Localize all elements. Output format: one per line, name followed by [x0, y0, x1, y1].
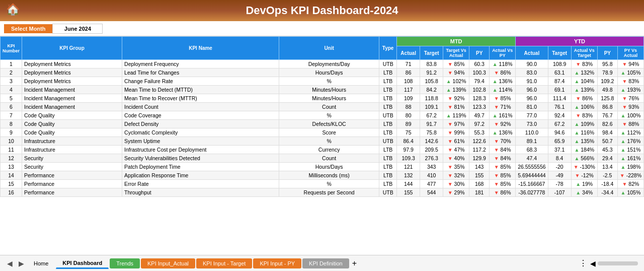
cell-ytd-target: 65.9: [548, 137, 571, 146]
cell-kpi-num: 1: [1, 60, 22, 69]
add-tab-button[interactable]: +: [352, 259, 357, 268]
cell-kpi-group: Deployment Metrics: [22, 60, 122, 69]
cell-unit: Minutes/Hours: [279, 94, 379, 103]
col-kpi-name: KPI Name: [122, 37, 279, 60]
cell-kpi-name: Throughput: [122, 188, 279, 197]
cell-ytd-pva: ▲ 105%: [617, 69, 643, 77]
cell-ytd-pva: ▲ 161%: [617, 154, 643, 163]
cell-mtd-avp: ▼ 70%: [490, 137, 516, 146]
cell-kpi-group: Performance: [22, 180, 122, 188]
cell-kpi-name: Change Failure Rate: [122, 77, 279, 86]
cell-mtd-target: 276.3: [420, 154, 443, 163]
cell-mtd-target: 75.8: [420, 128, 443, 137]
cell-kpi-num: 2: [1, 69, 22, 77]
cell-ytd-tva: ▲ 566%: [571, 154, 597, 163]
cell-mtd-avp: ▼ 85%: [490, 163, 516, 171]
cell-ytd-tva: ▲ 184%: [571, 146, 597, 154]
tab-trends[interactable]: Trends: [110, 258, 140, 268]
cell-kpi-name: Code Coverage: [122, 111, 279, 120]
tab-bar: ◀ ▶ Home KPI Dashboard Trends KPI Input_…: [0, 255, 644, 271]
tab-kpi-definition[interactable]: KPI Definition: [302, 258, 349, 268]
cell-mtd-avp: ▼ 86%: [490, 69, 516, 77]
cell-ytd-py: 13.4: [597, 163, 617, 171]
cell-mtd-target: 109.1: [420, 103, 443, 111]
cell-ytd-py: -18.4: [597, 180, 617, 188]
cell-mtd-py: 122.6: [469, 137, 490, 146]
cell-mtd-avp: ▲ 136%: [490, 128, 516, 137]
cell-mtd-actual: 86.4: [397, 137, 420, 146]
cell-ytd-target: 8.4: [548, 154, 571, 163]
cell-mtd-actual: 80: [397, 111, 420, 120]
cell-mtd-target: 91.7: [420, 120, 443, 128]
scrollbar[interactable]: [598, 261, 638, 265]
cell-unit: %: [279, 77, 379, 86]
cell-ytd-pva: ▲ 176%: [617, 137, 643, 146]
cell-kpi-group: Incident Management: [22, 86, 122, 94]
cell-type: UTB: [379, 137, 397, 146]
cell-ytd-py: 76.7: [597, 111, 617, 120]
cell-unit: %: [279, 180, 379, 188]
cell-mtd-avp: ▲ 118%: [490, 60, 516, 69]
cell-mtd-actual: 132: [397, 171, 420, 180]
nav-next[interactable]: ▶: [16, 259, 27, 267]
cell-type: UTB: [379, 111, 397, 120]
cell-kpi-num: 5: [1, 94, 22, 103]
cell-ytd-tva: ▼ 83%: [571, 111, 597, 120]
cell-unit: Defects/KLOC: [279, 120, 379, 128]
cell-mtd-avp: ▲ 136%: [490, 77, 516, 86]
cell-mtd-tva: ▼ 35%: [443, 163, 469, 171]
cell-ytd-target: 37.1: [548, 146, 571, 154]
cell-mtd-actual: 109: [397, 94, 420, 103]
cell-mtd-avp: ▲ 114%: [490, 86, 516, 94]
cell-kpi-num: 12: [1, 154, 22, 163]
cell-mtd-tva: ▲ 139%: [443, 86, 469, 94]
cell-unit: Score: [279, 128, 379, 137]
select-month-button[interactable]: Select Month: [4, 24, 52, 33]
cell-mtd-target: 544: [420, 188, 443, 197]
cell-mtd-target: 410: [420, 171, 443, 180]
cell-mtd-target: 83.8: [420, 60, 443, 69]
cell-kpi-num: 6: [1, 103, 22, 111]
more-options-icon[interactable]: ⋮: [579, 258, 587, 268]
cell-type: LTB: [379, 94, 397, 103]
cell-mtd-target: 84.2: [420, 86, 443, 94]
cell-kpi-group: Code Quality: [22, 111, 122, 120]
cell-kpi-name: System Uptime: [122, 137, 279, 146]
ytd-group-header: YTD: [516, 37, 644, 46]
tab-home[interactable]: Home: [27, 258, 55, 268]
cell-ytd-target: 67.2: [548, 120, 571, 128]
mtd-group-header: MTD: [397, 37, 516, 46]
scroll-left-icon[interactable]: ◀: [590, 259, 596, 267]
cell-kpi-name: Mean Time to Detect (MTTD): [122, 86, 279, 94]
cell-ytd-py: -34.4: [597, 188, 617, 197]
cell-ytd-tva: ▼ -12%: [571, 171, 597, 180]
cell-kpi-num: 7: [1, 111, 22, 120]
tab-kpi-dashboard[interactable]: KPI Dashboard: [56, 258, 109, 269]
cell-mtd-py: 60.3: [469, 60, 490, 69]
cell-mtd-actual: 117: [397, 86, 420, 94]
cell-type: LTB: [379, 103, 397, 111]
cell-mtd-actual: 97.9: [397, 146, 420, 154]
cell-kpi-num: 16: [1, 188, 22, 197]
cell-mtd-py: 128.3: [469, 94, 490, 103]
cell-mtd-actual: 71: [397, 60, 420, 69]
cell-ytd-target: 92.4: [548, 111, 571, 120]
cell-mtd-tva: ▼ 85%: [443, 60, 469, 69]
cell-kpi-name: Application Response Time: [122, 171, 279, 180]
nav-prev[interactable]: ◀: [4, 259, 16, 267]
tab-kpi-input-py[interactable]: KPI Input - PY: [253, 258, 301, 268]
tab-kpi-input-target[interactable]: KPI Input - Target: [196, 258, 252, 268]
cell-ytd-pva: ▲ 112%: [617, 128, 643, 137]
cell-mtd-tva: ▼ 32%: [443, 171, 469, 180]
cell-mtd-actual: 108: [397, 77, 420, 86]
cell-ytd-target: -78: [548, 180, 571, 188]
tab-kpi-input-actual[interactable]: KPI Input_Actual: [141, 258, 195, 268]
cell-ytd-target: 111.4: [548, 94, 571, 103]
house-icon: 🏠: [6, 3, 20, 16]
col-mtd-actual: Actual: [397, 46, 420, 60]
cell-kpi-num: 4: [1, 86, 22, 94]
cell-kpi-group: Performance: [22, 171, 122, 180]
cell-ytd-actual: 110.0: [516, 128, 548, 137]
cell-kpi-group: Incident Management: [22, 103, 122, 111]
cell-ytd-py: 50.7: [597, 137, 617, 146]
